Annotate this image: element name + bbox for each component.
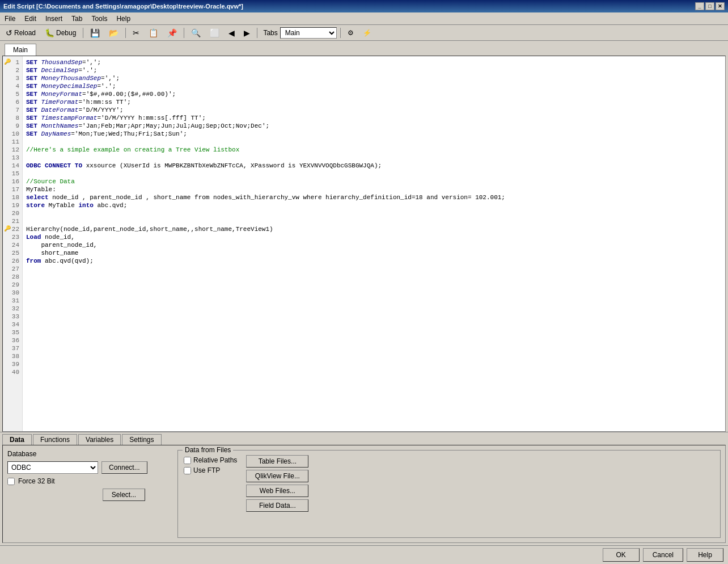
tab-functions-label: Functions: [40, 436, 70, 444]
force32bit-checkbox[interactable]: [7, 478, 15, 485]
web-files-button[interactable]: Web Files...: [246, 485, 308, 497]
separator-5: [340, 28, 341, 38]
line-33: 33: [3, 313, 22, 321]
copy-icon: 📋: [149, 28, 158, 37]
line-12: 12: [3, 146, 22, 154]
use-ftp-label: Use FTP: [193, 466, 220, 474]
copy-button[interactable]: 📋: [145, 27, 162, 39]
title-text: Edit Script [C:\Documents and Settings\r…: [3, 3, 243, 10]
menu-tools[interactable]: Tools: [89, 14, 109, 23]
open-button[interactable]: 📂: [105, 27, 122, 39]
prev-icon: ◀: [228, 28, 235, 37]
field-data-button[interactable]: Field Data...: [246, 499, 308, 512]
paste-icon: 📌: [167, 28, 177, 37]
paste-button[interactable]: 📌: [164, 27, 180, 39]
line-5: 5: [3, 90, 22, 98]
help-button[interactable]: Help: [687, 548, 723, 562]
editor-container: 🔑1 2 3 4 5 6 7 8 9 10 11 12 13 14 15 16 …: [2, 56, 726, 432]
line-23: 23: [3, 233, 22, 241]
cancel-button[interactable]: Cancel: [643, 548, 683, 562]
search-button[interactable]: 🔍: [188, 27, 204, 39]
line-38: 38: [3, 352, 22, 360]
menu-bar: File Edit Insert Tab Tools Help: [0, 12, 728, 25]
line-4: 4: [3, 82, 22, 90]
minimize-button[interactable]: _: [695, 2, 704, 10]
database-label: Database: [7, 450, 166, 458]
maximize-button[interactable]: □: [705, 2, 714, 10]
line-28: 28: [3, 273, 22, 281]
editor-text-area[interactable]: SET ThousandSep=','; SET DecimalSep='.';…: [23, 56, 725, 431]
files-section: Data from Files Relative Paths Use FTP T…: [177, 450, 721, 538]
bottom-panel: Data Functions Variables Settings Databa…: [0, 432, 728, 545]
line-13: 13: [3, 154, 22, 162]
save-button[interactable]: 💾: [87, 27, 103, 39]
tab-main[interactable]: Main: [5, 44, 36, 56]
table-files-button[interactable]: Table Files...: [246, 455, 308, 468]
tab-data-label: Data: [10, 436, 24, 444]
relative-paths-checkbox[interactable]: [184, 457, 191, 464]
line-40: 40: [3, 368, 22, 376]
separator-2: [125, 28, 126, 38]
open-icon: 📂: [109, 28, 118, 37]
line-numbers: 🔑1 2 3 4 5 6 7 8 9 10 11 12 13 14 15 16 …: [3, 56, 23, 431]
files-buttons: Table Files... QlikView File... Web File…: [246, 455, 308, 534]
force32bit-label: Force 32 Bit: [18, 477, 55, 485]
line-14: 14: [3, 162, 22, 170]
editor-tab-bar: Main: [0, 41, 728, 56]
database-select[interactable]: ODBC: [7, 461, 98, 474]
new-tab-button[interactable]: ⬜: [206, 27, 223, 39]
select-button[interactable]: Select...: [103, 489, 145, 501]
separator-4: [257, 28, 257, 38]
ok-button[interactable]: OK: [603, 548, 640, 562]
menu-tab[interactable]: Tab: [69, 14, 84, 23]
tab-variables[interactable]: Variables: [78, 434, 121, 445]
save-icon: 💾: [90, 28, 100, 37]
line-31: 31: [3, 297, 22, 305]
separator-3: [184, 28, 184, 38]
prev-button[interactable]: ◀: [225, 27, 238, 39]
extra-icon-1: ⚙: [348, 29, 354, 37]
extra-btn-1[interactable]: ⚙: [344, 27, 357, 39]
line-37: 37: [3, 344, 22, 352]
line-22: 🔑22: [3, 225, 22, 233]
extra-btn-2[interactable]: ⚡: [359, 27, 375, 39]
line-30: 30: [3, 289, 22, 297]
relative-paths-label: Relative Paths: [193, 456, 237, 464]
line-21: 21: [3, 217, 22, 225]
line-11: 11: [3, 138, 22, 146]
line-16: 16: [3, 178, 22, 186]
line-9: 9: [3, 122, 22, 130]
tabs-dropdown[interactable]: Main: [280, 27, 337, 39]
line-27: 27: [3, 265, 22, 273]
debug-button[interactable]: 🐛 Debug: [41, 27, 79, 39]
tab-main-label: Main: [13, 46, 28, 54]
cut-button[interactable]: ✂: [129, 27, 143, 39]
line-34: 34: [3, 321, 22, 329]
reload-button[interactable]: ↺ Reload: [2, 27, 39, 39]
toolbar: ↺ Reload 🐛 Debug 💾 📂 ✂ 📋 📌 🔍 ⬜ ◀ ▶ Tabs …: [0, 25, 728, 41]
menu-insert[interactable]: Insert: [43, 14, 65, 23]
line-39: 39: [3, 360, 22, 368]
menu-file[interactable]: File: [2, 14, 18, 23]
qlikview-file-button[interactable]: QlikView File...: [246, 470, 308, 482]
files-section-title: Data from Files: [183, 446, 233, 454]
next-button[interactable]: ▶: [240, 27, 253, 39]
line-32: 32: [3, 305, 22, 313]
tab-settings[interactable]: Settings: [122, 434, 161, 445]
line-20: 20: [3, 209, 22, 217]
tab-variables-label: Variables: [86, 436, 113, 444]
debug-label: Debug: [56, 29, 76, 37]
connect-button[interactable]: Connect...: [101, 461, 147, 474]
line-3: 3: [3, 74, 22, 82]
close-button[interactable]: ✕: [716, 2, 725, 10]
tab-data[interactable]: Data: [2, 434, 32, 445]
line-1: 🔑1: [3, 58, 22, 66]
menu-help[interactable]: Help: [114, 14, 133, 23]
next-icon: ▶: [244, 28, 250, 37]
reload-label: Reload: [14, 29, 36, 37]
tab-functions[interactable]: Functions: [33, 434, 77, 445]
use-ftp-checkbox[interactable]: [184, 467, 191, 474]
reload-icon: ↺: [6, 28, 12, 37]
new-tab-icon: ⬜: [210, 28, 219, 37]
menu-edit[interactable]: Edit: [22, 14, 39, 23]
